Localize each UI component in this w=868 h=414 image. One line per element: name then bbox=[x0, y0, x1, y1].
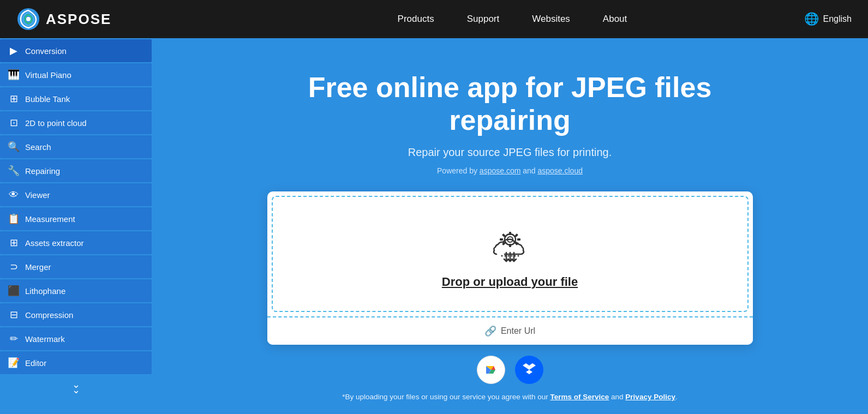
svg-point-19 bbox=[514, 255, 516, 257]
pointcloud-icon: ⊡ bbox=[8, 117, 20, 129]
svg-point-1 bbox=[26, 17, 31, 21]
terms-prefix: *By uploading your files or using our se… bbox=[342, 393, 550, 401]
page-subtitle: Repair your source JPEG files for printi… bbox=[408, 146, 612, 159]
compression-icon: ⊟ bbox=[8, 309, 20, 321]
sidebar-item-editor[interactable]: 📝 Editor bbox=[0, 351, 152, 374]
sidebar-item-measurement[interactable]: 📋 Measurement bbox=[0, 207, 152, 230]
sidebar-item-compression[interactable]: ⊟ Compression bbox=[0, 303, 152, 326]
chevron-down-icon: ⌄⌄ bbox=[72, 380, 80, 395]
sidebar-item-search[interactable]: 🔍 Search bbox=[0, 135, 152, 158]
sidebar-item-label: Viewer bbox=[25, 190, 50, 200]
terms-suffix: . bbox=[675, 393, 678, 401]
sidebar-item-label: Bubble Tank bbox=[25, 94, 70, 104]
svg-rect-6 bbox=[517, 238, 520, 241]
nav-about[interactable]: About bbox=[603, 14, 627, 25]
google-drive-button[interactable] bbox=[477, 356, 505, 384]
dropbox-icon bbox=[522, 363, 536, 377]
logo-text: ASPOSE bbox=[46, 11, 111, 28]
language-label: English bbox=[823, 14, 852, 24]
svg-point-18 bbox=[511, 255, 512, 257]
svg-rect-4 bbox=[509, 232, 511, 235]
nav-links: Products Support Websites About bbox=[398, 14, 627, 25]
nav-products[interactable]: Products bbox=[398, 14, 434, 25]
main-content: Free online app for JPEG files repairing… bbox=[152, 38, 868, 414]
svg-rect-5 bbox=[509, 244, 511, 247]
conversion-icon: ▶ bbox=[8, 45, 20, 57]
link-icon: 🔗 bbox=[484, 325, 496, 337]
litho-icon: ⬛ bbox=[8, 285, 20, 297]
sidebar-item-label: Editor bbox=[25, 358, 46, 368]
header: ASPOSE Products Support Websites About 🌐… bbox=[0, 0, 868, 38]
svg-point-17 bbox=[507, 255, 509, 257]
sidebar-more-button[interactable]: ⌄⌄ bbox=[0, 375, 152, 399]
logo-area: ASPOSE bbox=[16, 7, 111, 31]
powered-by-prefix: Powered by bbox=[437, 166, 480, 175]
viewer-icon: 👁 bbox=[8, 189, 20, 201]
sidebar-item-label: Virtual Piano bbox=[25, 70, 71, 80]
sidebar-item-label: Watermark bbox=[25, 334, 65, 344]
sidebar-item-label: Conversion bbox=[25, 46, 67, 56]
bubble-icon: ⊞ bbox=[8, 93, 20, 105]
sidebar-item-2d-point-cloud[interactable]: ⊡ 2D to point cloud bbox=[0, 111, 152, 134]
sidebar-item-label: Lithophane bbox=[25, 286, 65, 296]
globe-icon: 🌐 bbox=[804, 12, 819, 26]
sidebar-item-label: Assets extractor bbox=[25, 238, 84, 248]
sidebar-item-label: Measurement bbox=[25, 214, 75, 224]
svg-point-20 bbox=[517, 255, 519, 257]
upload-cloud-icon bbox=[486, 224, 535, 265]
svg-rect-7 bbox=[500, 238, 503, 241]
aspose-logo-icon bbox=[16, 7, 40, 31]
sidebar-item-label: 2D to point cloud bbox=[25, 118, 87, 128]
repair-icon: 🔧 bbox=[8, 165, 20, 177]
watermark-icon: ✏ bbox=[8, 333, 20, 345]
svg-point-16 bbox=[504, 255, 506, 257]
sidebar-item-label: Repairing bbox=[25, 166, 60, 176]
language-selector[interactable]: 🌐 English bbox=[804, 12, 852, 26]
nav-support[interactable]: Support bbox=[467, 14, 500, 25]
dropbox-button[interactable] bbox=[515, 356, 543, 384]
sidebar-item-viewer[interactable]: 👁 Viewer bbox=[0, 183, 152, 206]
merger-icon: ⊃ bbox=[8, 261, 20, 273]
search-icon: 🔍 bbox=[8, 141, 20, 153]
drop-area[interactable]: Drop or upload your file bbox=[272, 196, 749, 312]
sidebar-item-label: Compression bbox=[25, 310, 73, 320]
page-title: Free online app for JPEG files repairing bbox=[251, 71, 769, 136]
enter-url-label: Enter Url bbox=[501, 326, 535, 336]
editor-icon: 📝 bbox=[8, 357, 20, 369]
sidebar-item-label: Search bbox=[25, 142, 51, 152]
powered-by-text: Powered by aspose.com and aspose.cloud bbox=[437, 166, 583, 175]
privacy-policy-link[interactable]: Privacy Policy bbox=[625, 393, 675, 401]
drop-text[interactable]: Drop or upload your file bbox=[442, 275, 578, 289]
measurement-icon: 📋 bbox=[8, 213, 20, 225]
sidebar-item-watermark[interactable]: ✏ Watermark bbox=[0, 327, 152, 350]
sidebar-item-bubble-tank[interactable]: ⊞ Bubble Tank bbox=[0, 87, 152, 110]
piano-icon: 🎹 bbox=[8, 69, 20, 81]
enter-url-row[interactable]: 🔗 Enter Url bbox=[267, 316, 753, 345]
terms-of-service-link[interactable]: Terms of Service bbox=[550, 393, 609, 401]
aspose-cloud-link[interactable]: aspose.cloud bbox=[537, 166, 583, 175]
aspose-com-link[interactable]: aspose.com bbox=[480, 166, 520, 175]
svg-point-15 bbox=[501, 255, 502, 257]
powered-by-and: and bbox=[520, 166, 537, 175]
sidebar-item-label: Merger bbox=[25, 262, 51, 272]
sidebar-item-lithophane[interactable]: ⬛ Lithophane bbox=[0, 279, 152, 302]
terms-text: *By uploading your files or using our se… bbox=[342, 393, 677, 401]
sidebar: ▶ Conversion 🎹 Virtual Piano ⊞ Bubble Ta… bbox=[0, 38, 152, 414]
terms-and: and bbox=[609, 393, 625, 401]
sidebar-item-repairing[interactable]: 🔧 Repairing bbox=[0, 159, 152, 182]
assets-icon: ⊞ bbox=[8, 237, 20, 249]
upload-box: Drop or upload your file 🔗 Enter Url bbox=[267, 191, 753, 345]
nav-websites[interactable]: Websites bbox=[532, 14, 570, 25]
sidebar-item-conversion[interactable]: ▶ Conversion bbox=[0, 39, 152, 62]
cloud-icons bbox=[477, 356, 543, 384]
sidebar-item-assets-extractor[interactable]: ⊞ Assets extractor bbox=[0, 231, 152, 254]
google-drive-icon bbox=[484, 363, 498, 377]
sidebar-item-virtual-piano[interactable]: 🎹 Virtual Piano bbox=[0, 63, 152, 86]
sidebar-item-merger[interactable]: ⊃ Merger bbox=[0, 255, 152, 278]
